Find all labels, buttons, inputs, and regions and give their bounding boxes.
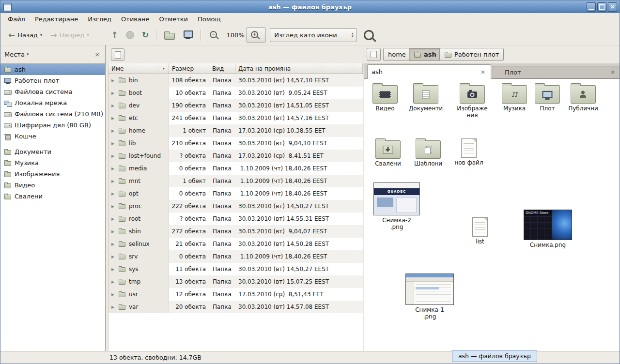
folder-item-pictures[interactable]: Изображения bbox=[456, 82, 489, 119]
expander-icon[interactable]: ▶ bbox=[108, 167, 118, 171]
menu-help[interactable]: Помощ bbox=[193, 14, 226, 24]
column-header-name[interactable]: Име ▾ bbox=[108, 63, 169, 74]
list-pane-location-button[interactable] bbox=[111, 48, 124, 61]
expander-icon[interactable]: ▶ bbox=[108, 242, 118, 246]
expander-icon[interactable]: ▶ bbox=[108, 280, 118, 284]
close-button[interactable]: × bbox=[608, 2, 617, 12]
menu-bookmarks[interactable]: Отметки bbox=[154, 14, 192, 24]
menu-go[interactable]: Отиване bbox=[116, 14, 154, 24]
expander-icon[interactable]: ▶ bbox=[108, 255, 118, 259]
sidebar-item[interactable]: ash bbox=[0, 64, 105, 75]
sidebar-item[interactable]: Шифриран дял (80 GB) bbox=[0, 120, 105, 131]
expander-icon[interactable]: ▶ bbox=[108, 229, 118, 234]
sidebar-item[interactable]: Свалени bbox=[0, 191, 105, 202]
sidebar-item[interactable]: Кошче bbox=[0, 131, 105, 142]
places-close-button[interactable]: × bbox=[93, 51, 101, 58]
table-row[interactable]: ▶ etc 241 обекта Папка 30.03.2010 (вт) 1… bbox=[108, 112, 363, 124]
path-button-ash[interactable]: ash bbox=[409, 48, 441, 61]
maximize-button[interactable] bbox=[597, 2, 606, 12]
tab-plot[interactable]: Плот × bbox=[493, 66, 620, 78]
sidebar-item[interactable]: Локална мрежа bbox=[0, 97, 105, 108]
expander-icon[interactable]: ▶ bbox=[108, 292, 118, 297]
reload-button[interactable]: ↻ bbox=[138, 27, 153, 43]
table-row[interactable]: ▶ lost+found ? обекта Папка 17.03.2010 (… bbox=[108, 150, 363, 162]
path-button-home[interactable]: home bbox=[383, 48, 411, 61]
table-row[interactable]: ▶ dev 190 обекта Папка 30.03.2010 (вт) 1… bbox=[108, 99, 363, 112]
table-row[interactable]: ▶ var 20 обекта Папка 30.03.2010 (вт) 14… bbox=[108, 301, 363, 313]
column-header-size[interactable]: Размер bbox=[169, 63, 209, 74]
table-row[interactable]: ▶ tmp 13 обекта Папка 30.03.2010 (вт) 15… bbox=[108, 275, 363, 288]
column-header-date[interactable]: Дата на промяна bbox=[235, 63, 363, 74]
image-item-snimka[interactable]: GNOME Store Снимка.png bbox=[523, 210, 573, 248]
table-row[interactable]: ▶ opt 0 обекта Папка 1.10.2009 (чт) 18,4… bbox=[108, 187, 363, 200]
expander-icon[interactable]: ▶ bbox=[108, 91, 118, 95]
table-row[interactable]: ▶ mnt 1 обект Папка 1.10.2009 (чт) 18,40… bbox=[108, 175, 363, 187]
table-row[interactable]: ▶ srv 0 обекта Папка 1.10.2009 (чт) 18,4… bbox=[108, 250, 363, 263]
table-row[interactable]: ▶ root ? обекта Папка 30.03.2010 (вт) 14… bbox=[108, 212, 363, 225]
sidebar-item[interactable]: Работен плот bbox=[0, 75, 105, 86]
table-row[interactable]: ▶ proc 222 обекта Папка 30.03.2010 (вт) … bbox=[108, 200, 363, 212]
folder-item-downloads[interactable]: Свалени bbox=[370, 137, 406, 167]
zoom-in-button[interactable]: + bbox=[246, 27, 266, 43]
table-row[interactable]: ▶ usr 12 обекта Папка 17.03.2010 (ср) 8,… bbox=[108, 288, 363, 301]
expander-icon[interactable]: ▶ bbox=[108, 179, 118, 183]
image-item-snimka1[interactable]: Снимка-1.png bbox=[404, 273, 455, 320]
image-item-snimka2[interactable]: GUADEC Снимка-2.png bbox=[372, 182, 421, 230]
expander-icon[interactable]: ▶ bbox=[108, 305, 118, 309]
home-folder-button[interactable] bbox=[160, 27, 179, 43]
folder-item-templates[interactable]: Шаблони bbox=[410, 137, 446, 167]
table-row[interactable]: ▶ home 1 обект Папка 17.03.2010 (ср) 10,… bbox=[108, 124, 363, 137]
zoom-out-button[interactable]: − bbox=[205, 27, 225, 43]
back-dropdown-icon[interactable]: ▾ bbox=[40, 32, 43, 37]
places-dropdown-icon[interactable]: ▾ bbox=[27, 52, 29, 57]
table-row[interactable]: ▶ media 0 обекта Папка 1.10.2009 (чт) 18… bbox=[108, 162, 363, 175]
view-mode-spinner[interactable]: ▴ ▾ bbox=[348, 29, 356, 42]
taskbar-window-button[interactable]: ash — файлов браузър bbox=[452, 350, 537, 362]
file-item-new-file[interactable]: нов файл bbox=[452, 136, 486, 166]
view-mode-select[interactable]: Изглед като икони ▴ ▾ bbox=[270, 28, 357, 42]
back-button[interactable]: ← Назад ▾ bbox=[4, 27, 46, 43]
expander-icon[interactable]: ▶ bbox=[108, 154, 118, 158]
expander-icon[interactable]: ▶ bbox=[108, 104, 118, 108]
table-row[interactable]: ▶ selinux 21 обекта Папка 30.03.2010 (вт… bbox=[108, 238, 363, 250]
tab-ash[interactable]: ash × bbox=[367, 64, 491, 79]
sidebar-item[interactable]: Файлова система bbox=[0, 86, 105, 97]
sidebar-item[interactable]: Музика bbox=[0, 157, 105, 168]
sidebar-item[interactable]: Файлова система (210 MB) bbox=[0, 108, 105, 120]
menu-file[interactable]: Файл bbox=[3, 14, 30, 24]
expander-icon[interactable]: ▶ bbox=[108, 116, 118, 121]
table-row[interactable]: ▶ boot 10 обекта Папка 30.03.2010 (вт) 9… bbox=[108, 87, 363, 99]
table-row[interactable]: ▶ sys 11 обекта Папка 30.03.2010 (вт) 14… bbox=[108, 263, 363, 275]
up-button[interactable]: ↑ bbox=[108, 27, 122, 43]
folder-item-video[interactable]: Видео bbox=[367, 82, 403, 112]
table-row[interactable]: ▶ lib 210 обекта Папка 30.03.2010 (вт) 9… bbox=[108, 137, 363, 150]
expander-icon[interactable]: ▶ bbox=[108, 217, 118, 221]
minimize-button[interactable] bbox=[587, 2, 596, 12]
expander-icon[interactable]: ▶ bbox=[108, 141, 118, 146]
column-header-type[interactable]: Вид bbox=[209, 63, 235, 74]
folder-item-music[interactable]: Музика bbox=[496, 82, 532, 112]
expander-icon[interactable]: ▶ bbox=[108, 78, 118, 83]
search-button[interactable] bbox=[364, 30, 374, 40]
expander-icon[interactable]: ▶ bbox=[108, 192, 118, 196]
table-row[interactable]: ▶ sbin 272 обекта Папка 30.03.2010 (вт) … bbox=[108, 225, 363, 238]
sidebar-divider[interactable] bbox=[105, 45, 106, 352]
folder-item-desktop[interactable]: Плот bbox=[530, 82, 564, 112]
table-row[interactable]: ▶ bin 108 обекта Папка 30.03.2010 (вт) 1… bbox=[108, 74, 363, 87]
folder-item-public[interactable]: Публични bbox=[564, 82, 602, 112]
stop-button[interactable] bbox=[122, 27, 138, 43]
folder-item-documents[interactable]: Документи bbox=[406, 82, 445, 112]
menu-view[interactable]: Изглед bbox=[83, 14, 116, 24]
tab-close-button[interactable]: × bbox=[479, 69, 487, 76]
computer-button[interactable] bbox=[179, 27, 197, 43]
expander-icon[interactable]: ▶ bbox=[108, 204, 118, 209]
path-button-desktop[interactable]: Работен плот bbox=[439, 48, 504, 61]
tab-close-button[interactable]: × bbox=[609, 69, 617, 76]
menu-edit[interactable]: Редактиране bbox=[30, 14, 83, 24]
path-scroll-button[interactable] bbox=[367, 48, 381, 61]
pane-divider[interactable] bbox=[363, 45, 363, 352]
expander-icon[interactable]: ▶ bbox=[108, 129, 118, 133]
file-item-list[interactable]: list bbox=[465, 215, 495, 245]
sidebar-item[interactable]: Изображения bbox=[0, 168, 105, 180]
expander-icon[interactable]: ▶ bbox=[108, 267, 118, 272]
